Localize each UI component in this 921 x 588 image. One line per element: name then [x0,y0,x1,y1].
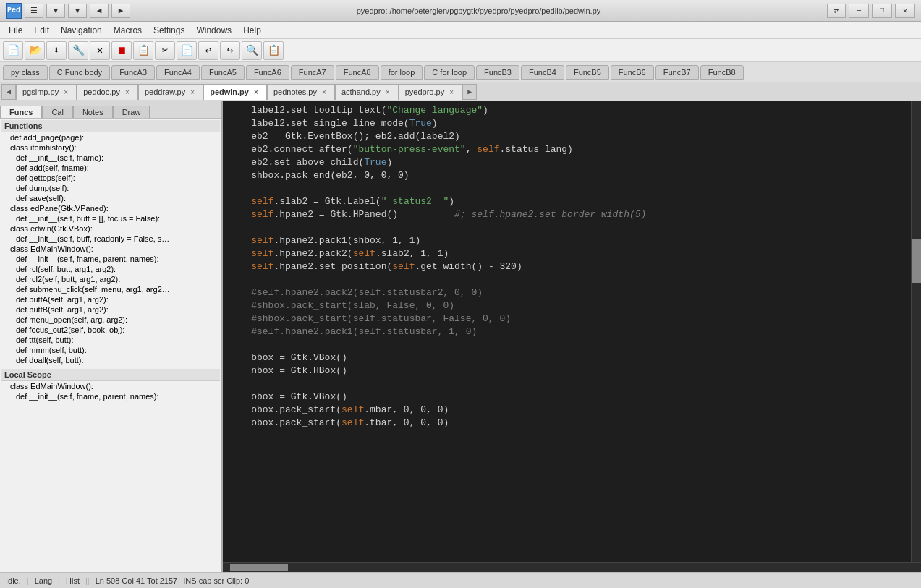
left-tab-funcs[interactable]: Funcs [0,106,42,118]
func-item[interactable]: def doall(self, butt): [1,355,220,365]
menu-item-macros[interactable]: Macros [108,24,148,37]
local-func-item[interactable]: def __init__(self, fname, parent, names)… [1,391,220,401]
func-item[interactable]: def dump(self): [1,183,220,193]
menu-item-help[interactable]: Help [237,24,267,37]
func-tab-funcb3[interactable]: FuncB3 [476,65,519,80]
func-item[interactable]: def add_page(page): [1,132,220,142]
func-item[interactable]: def buttA(self, arg1, arg2): [1,294,220,304]
nav-back-button[interactable]: ◀ [90,4,109,18]
minimize-button[interactable]: — [849,4,869,18]
tabs-right-button[interactable]: ▶ [462,84,477,100]
code-line: self.slab2 = Gtk.Label(" status2 ") [229,195,905,208]
func-tab-funcb6[interactable]: FuncB6 [611,65,654,80]
tab-close-acthandpy[interactable]: × [383,88,392,96]
func-item[interactable]: def save(self): [1,193,220,203]
close-button[interactable]: ✕ [895,4,915,18]
file-tab-pednotespy[interactable]: pednotes.py× [267,84,335,100]
code-line [229,273,905,286]
file-tab-pgsimppy[interactable]: pgsimp.py× [16,84,77,100]
nav-forward-button[interactable]: ▶ [111,4,130,18]
menu-item-navigation[interactable]: Navigation [55,24,108,37]
cut-button[interactable]: ✂ [155,41,175,60]
func-item[interactable]: class itemhistory(): [1,142,220,153]
func-item[interactable]: def __init__(self, buff = [], focus = Fa… [1,213,220,223]
func-item[interactable]: def __init__(self, fname, parent, names)… [1,254,220,264]
func-tab-funca4[interactable]: FuncA4 [156,65,200,80]
tools-button[interactable]: 🔧 [68,41,88,60]
func-tab-funca7[interactable]: FuncA7 [291,65,334,80]
func-tab-funcb4[interactable]: FuncB4 [521,65,564,80]
stop-button[interactable]: ⏹ [111,41,132,60]
hscroll-thumb[interactable] [230,564,288,571]
func-tab-funca5[interactable]: FuncA5 [201,65,245,80]
download-button[interactable]: ⬇ [46,41,67,60]
func-tab-funca3[interactable]: FuncA3 [111,65,155,80]
vertical-scrollbar[interactable] [911,101,921,562]
func-item[interactable]: def mmm(self, butt): [1,345,220,355]
code-line: #shbox.pack_start(self.statusbar, False,… [229,312,905,325]
func-tab-for-loop[interactable]: for loop [381,65,423,80]
func-item[interactable]: def __init__(self, fname): [1,153,220,163]
horizontal-scrollbar[interactable] [223,562,921,572]
extra-button[interactable]: 📋 [263,41,284,60]
func-item[interactable]: def gettops(self): [1,173,220,183]
file-tab-acthandpy[interactable]: acthand.py× [335,84,399,100]
file-tab-peddrawpy[interactable]: peddraw.py× [138,84,203,100]
func-item[interactable]: def submenu_click(self, menu, arg1, arg2… [1,284,220,294]
left-tab-draw[interactable]: Draw [113,106,150,118]
left-tab-notes[interactable]: Notes [73,106,113,118]
menu-item-file[interactable]: File [3,24,28,37]
menu-item-windows[interactable]: Windows [190,24,237,37]
file-tab-pyedpropy[interactable]: pyedpro.py× [399,84,462,100]
func-item[interactable]: class EdMainWindow(): [1,244,220,254]
func-tab-funca6[interactable]: FuncA6 [246,65,289,80]
dropdown1-button[interactable]: ▼ [46,4,65,18]
undo-button[interactable]: ↩ [198,41,218,60]
swap-icon[interactable]: ⇄ [827,4,846,18]
local-func-item[interactable]: class EdMainWindow(): [1,381,220,391]
func-tab-c-func-body[interactable]: C Func body [49,65,110,80]
func-tab-funcb5[interactable]: FuncB5 [566,65,609,80]
copy-button[interactable]: 📄 [177,41,197,60]
redo-button[interactable]: ↪ [220,41,240,60]
tab-close-pyedpropy[interactable]: × [447,88,456,96]
new-file-button[interactable]: 📄 [3,41,23,60]
dropdown2-button[interactable]: ▼ [68,4,87,18]
func-tab-c-for-loop[interactable]: C for loop [424,65,475,80]
left-tab-cal[interactable]: Cal [42,106,73,118]
func-item[interactable]: def focus_out2(self, book, obj): [1,325,220,335]
func-item[interactable]: def rcl2(self, butt, arg1, arg2): [1,274,220,284]
code-editor[interactable]: label2.set_tooltip_text("Change language… [223,101,911,562]
tabs-left-button[interactable]: ◀ [1,84,16,100]
hamburger-button[interactable]: ☰ [25,4,43,18]
func-item[interactable]: def __init__(self, buff, readonly = Fals… [1,234,220,244]
close-file-button[interactable]: ✕ [90,41,110,60]
func-item[interactable]: def add(self, fname): [1,163,220,173]
search-button[interactable]: 🔍 [242,41,262,60]
func-item[interactable]: class edPane(Gtk.VPaned): [1,203,220,213]
menu-item-settings[interactable]: Settings [148,24,190,37]
tab-close-pedwinpy[interactable]: × [252,88,260,96]
func-tab-py-class[interactable]: py class [3,65,48,80]
paste-button[interactable]: 📋 [133,41,153,60]
tab-close-peddocpy[interactable]: × [123,88,132,96]
file-tab-pedwinpy[interactable]: pedwin.py× [203,84,267,100]
tab-close-pgsimppy[interactable]: × [61,88,70,96]
tab-close-peddrawpy[interactable]: × [188,88,197,96]
func-tab-funcb8[interactable]: FuncB8 [700,65,744,80]
vscroll-thumb[interactable] [912,239,921,283]
tab-close-pednotespy[interactable]: × [320,88,328,96]
func-tab-funcb7[interactable]: FuncB7 [655,65,699,80]
func-item[interactable]: def buttB(self, arg1, arg2): [1,304,220,315]
func-item[interactable]: def rcl(self, butt, arg1, arg2): [1,264,220,274]
maximize-button[interactable]: □ [872,4,892,18]
left-subtabs: FuncsCalNotesDraw [0,101,221,119]
code-line: eb2.set_above_child(True) [229,156,905,169]
func-item[interactable]: class edwin(Gtk.VBox): [1,223,220,234]
file-tab-peddocpy[interactable]: peddoc.py× [77,84,138,100]
func-tab-funca8[interactable]: FuncA8 [336,65,379,80]
func-item[interactable]: def ttt(self, butt): [1,335,220,345]
menu-item-edit[interactable]: Edit [28,24,55,37]
open-file-button[interactable]: 📂 [25,41,45,60]
func-item[interactable]: def menu_open(self, arg, arg2): [1,315,220,325]
